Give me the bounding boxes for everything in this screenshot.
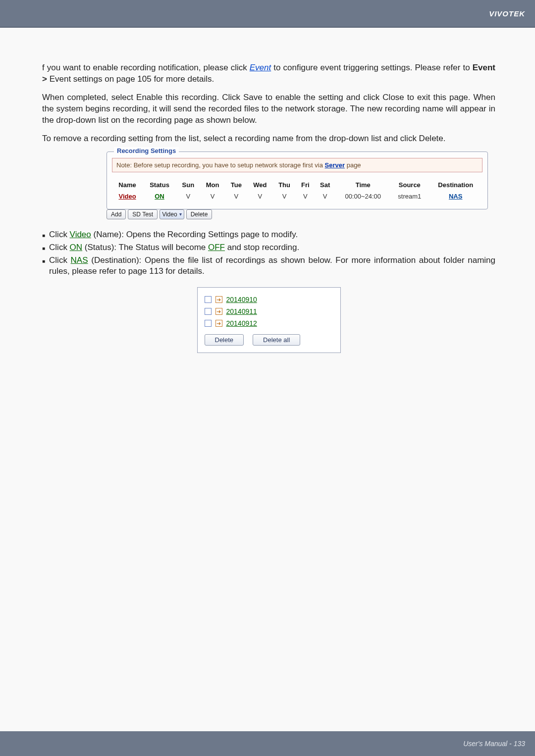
brand-logo: VIVOTEK [489,9,525,18]
server-link[interactable]: Server [325,161,345,169]
paragraph-1: f you want to enable recording notificat… [42,62,495,85]
file-delete-all-button[interactable]: Delete all [253,334,300,346]
text: (Name): Opens the Recording Settings pag… [94,230,298,239]
col-time: Time [335,179,390,191]
arrow-right-icon: ➜ [215,296,222,303]
row-mon: V [200,191,225,202]
table-row: Video ON V V V V V V V 00:00~24:00 strea… [112,191,482,202]
bullet-2: ■ Click ON (Status): The Status will bec… [42,242,495,253]
paragraph-3: To remove a recording setting from the l… [42,133,495,145]
recording-table: Name Status Sun Mon Tue Wed Thu Fri Sat … [112,179,482,202]
row-status-link[interactable]: ON [155,193,164,200]
paragraph-2: When completed, select Enable this recor… [42,92,495,126]
bullet-3: ■ Click NAS (Destination): Opens the fil… [42,255,495,278]
text: (Status): The Status will become [85,243,208,252]
header-bar: VIVOTEK [0,0,535,28]
video-link[interactable]: Video [70,230,91,239]
file-list-panel: ➜ 20140910 ➜ 20140911 ➜ 20140912 Delete … [197,287,341,353]
bullet-1: ■ Click Video (Name): Opens the Recordin… [42,229,495,241]
note-text: Note: Before setup recording, you have t… [116,161,325,169]
text: Click [49,255,71,265]
row-sun: V [176,191,200,202]
text: Click [49,230,70,239]
file-row: ➜ 20140910 [205,296,333,303]
note-bar: Note: Before setup recording, you have t… [112,158,482,172]
checkbox[interactable] [205,320,212,327]
col-source: Source [390,179,428,191]
col-tue: Tue [225,179,248,191]
file-row: ➜ 20140912 [205,319,333,327]
col-thu: Thu [273,179,296,191]
folder-link[interactable]: 20140910 [226,296,257,303]
arrow-right-icon: ➜ [215,320,222,327]
recording-select-value: Video [162,211,177,218]
text: Event settings on page 105 for more deta… [50,74,214,84]
row-time: 00:00~24:00 [335,191,390,202]
footer-bar: User's Manual - 133 [0,731,535,756]
sd-test-button[interactable]: SD Test [128,209,158,219]
text: to configure event triggering settings. … [273,63,472,72]
table-header-row: Name Status Sun Mon Tue Wed Thu Fri Sat … [112,179,482,191]
col-destination: Destination [428,179,482,191]
col-fri: Fri [296,179,315,191]
recording-settings-panel: Recording Settings Note: Before setup re… [107,151,488,209]
checkbox[interactable] [205,296,212,303]
bullet-icon: ■ [42,232,45,239]
col-name: Name [112,179,143,191]
recording-settings-legend: Recording Settings [114,147,179,154]
col-sun: Sun [176,179,200,191]
col-wed: Wed [247,179,272,191]
page-body: f you want to enable recording notificat… [0,28,535,731]
bullet-2-text: Click ON (Status): The Status will becom… [49,242,299,253]
event-link[interactable]: Event [250,63,271,72]
row-destination-link[interactable]: NAS [449,193,462,200]
delete-button[interactable]: Delete [186,209,213,219]
add-button[interactable]: Add [107,209,126,219]
col-status: Status [143,179,176,191]
bullet-icon: ■ [42,245,45,252]
checkbox[interactable] [205,308,212,315]
row-sat: V [315,191,335,202]
recording-select[interactable]: Video ▾ [160,209,184,219]
row-tue: V [225,191,248,202]
note-text-b: page [347,161,361,169]
file-row: ➜ 20140911 [205,307,333,315]
row-fri: V [296,191,315,202]
chevron-down-icon: ▾ [179,211,182,217]
row-thu: V [273,191,296,202]
text: (Destination): Opens the file list of re… [49,255,495,276]
row-source: stream1 [390,191,428,202]
bullet-icon: ■ [42,258,45,265]
nas-link[interactable]: NAS [71,255,88,265]
bullet-3-text: Click NAS (Destination): Opens the file … [49,255,495,278]
col-mon: Mon [200,179,225,191]
off-link[interactable]: OFF [208,243,225,252]
footer-text: User's Manual - 133 [463,740,525,748]
bullet-list: ■ Click Video (Name): Opens the Recordin… [42,229,495,278]
on-link[interactable]: ON [70,243,83,252]
row-wed: V [247,191,272,202]
text: Click [49,243,70,252]
row-name-link[interactable]: Video [118,193,136,200]
file-delete-button[interactable]: Delete [205,334,244,346]
content-area: f you want to enable recording notificat… [0,28,535,353]
recording-controls-row: Add SD Test Video ▾ Delete [107,209,495,219]
folder-link[interactable]: 20140912 [226,319,257,327]
file-panel-buttons: Delete Delete all [205,334,333,346]
folder-link[interactable]: 20140911 [226,307,257,315]
text: and stop recording. [227,243,300,252]
col-sat: Sat [315,179,335,191]
arrow-right-icon: ➜ [215,308,222,315]
bullet-1-text: Click Video (Name): Opens the Recording … [49,229,298,241]
text: f you want to enable recording notificat… [42,63,250,72]
